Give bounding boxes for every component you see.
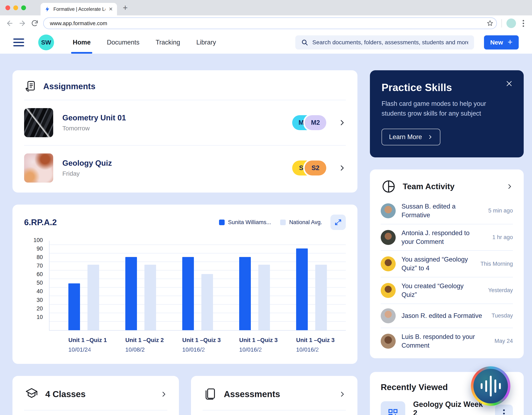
bar-student [68,283,80,330]
browser-tab[interactable]: Formative | Accelerate Learning ✕ [40,3,117,15]
bar-student [182,257,194,330]
activity-item[interactable]: You created “Geology Quiz” Yesterday [381,277,513,304]
bar-national-avg [87,265,99,330]
formative-logo-icon [45,6,50,12]
legend-swatch-national [280,220,286,225]
app-header: SW Home Documents Tracking Library New + [0,31,532,54]
learn-more-button[interactable]: Learn More [381,129,440,145]
assessments-title: Assessments [224,389,280,399]
main-nav: Home Documents Tracking Library [73,31,216,54]
plus-icon: + [508,38,513,46]
class-badge: M2 [305,115,326,130]
activity-time: Tuesday [492,312,513,319]
browser-profile-avatar[interactable] [506,19,516,28]
activity-item[interactable]: Jason R. edited a Formative Tuesday [381,304,513,328]
toolbar-divider [502,19,502,28]
assignment-thumbnail [24,154,53,183]
bar-national-avg [144,265,156,330]
new-tab-button[interactable]: + [123,4,128,12]
minimize-window-button[interactable] [13,5,18,10]
legend-label-national: National Avg. [289,219,322,226]
assessments-card: Assessments Practice Sets 189 Quizes 406 [191,376,357,415]
assignment-row[interactable]: Geometry Unit 01 Tomorrow M1 M2 [24,100,346,145]
close-window-button[interactable] [5,5,10,10]
search-input[interactable] [312,39,468,46]
window-controls[interactable] [5,5,26,10]
assignments-card: Assignments Geometry Unit 01 Tomorrow M1… [12,70,357,193]
assignments-icon [24,80,37,93]
x-labels: Unit 1 –Quiz 110/01/24Unit 1 –Quiz 210/0… [49,337,346,353]
y-tick-label: 40 [37,288,43,295]
nav-item-tracking[interactable]: Tracking [156,31,180,54]
forward-icon[interactable] [18,19,26,27]
y-axis: 102030405060708090100 [24,241,49,331]
activity-item[interactable]: You assigned “Geology Quiz” to 4 This Mo… [381,250,513,277]
back-icon[interactable] [6,19,14,27]
reload-icon[interactable] [31,19,39,27]
user-avatar[interactable]: SW [38,35,54,50]
screen: Formative | Accelerate Learning ✕ + www.… [0,0,532,415]
tab-title: Formative | Accelerate Learning [53,6,105,12]
dashboard-content: Assignments Geometry Unit 01 Tomorrow M1… [0,54,532,415]
expand-chart-button[interactable] [330,215,346,230]
item-menu-icon[interactable] [495,405,513,415]
chevron-right-icon[interactable] [160,391,167,398]
activity-time: Yesterday [488,287,513,294]
bar-group [239,241,270,330]
y-tick-label: 70 [37,263,43,269]
classes-header: 4 Classes [24,387,167,410]
practice-skills-body: Flash card game modes to help your stude… [381,99,498,118]
waveform-icon [473,369,508,403]
new-button[interactable]: New + [484,35,519,49]
browser-menu-icon[interactable] [521,20,526,27]
close-icon[interactable] [505,80,513,87]
activity-item[interactable]: Sussan B. edited a Formative 5 min ago [381,198,513,224]
classes-title: 4 Classes [45,389,86,399]
chevron-right-icon[interactable] [339,391,346,398]
assignment-due: Tomorrow [62,125,126,132]
nav-item-home[interactable]: Home [73,31,91,54]
team-activity-header: Team Activity [381,179,513,198]
chart-plot [49,241,346,331]
nav-item-documents[interactable]: Documents [107,31,139,54]
y-tick-label: 50 [37,280,43,286]
assignments-header: Assignments [24,80,346,100]
classes-card: 4 Classes Progress Reports 2 new Student… [12,376,179,415]
bar-national-avg [258,265,270,330]
activity-item[interactable]: Antonia J. responded to your Comment 1 h… [381,224,513,251]
chevron-right-icon[interactable] [506,183,513,190]
y-tick-label: 30 [37,297,43,303]
bar-student [125,257,137,330]
assignments-title: Assignments [43,82,95,91]
avatar [381,256,396,271]
bookmark-star-icon[interactable] [486,20,494,27]
assignment-row[interactable]: Geology Quiz Friday S1 S2 [24,145,346,191]
activity-item[interactable]: Luis B. responded to your Comment May 24 [381,328,513,354]
maximize-window-button[interactable] [21,5,26,10]
x-category-label: Unit 1 –Quiz 210/08/2 [125,337,156,353]
nav-item-library[interactable]: Library [196,31,216,54]
global-search[interactable] [295,35,474,49]
url-bar[interactable]: www.app.formative.com [43,18,497,29]
menu-icon[interactable] [13,39,24,46]
team-activity-card: Team Activity Sussan B. edited a Formati… [370,169,524,358]
bar-student [239,257,251,330]
assessments-header: Assessments [203,387,346,410]
chevron-right-icon[interactable] [338,164,346,172]
graduation-cap-icon [24,387,39,402]
close-tab-icon[interactable]: ✕ [109,6,113,12]
activity-time: This Morning [480,261,513,267]
voice-assistant-button[interactable] [471,366,510,406]
legend-swatch-student [219,220,225,225]
practice-skills-title: Practice Skills [381,81,512,94]
bar-group [68,241,99,330]
assessments-row-practice-sets[interactable]: Practice Sets 189 [203,410,346,415]
classes-row-progress-reports[interactable]: Progress Reports 2 new [24,410,167,415]
y-tick-label: 80 [37,254,43,261]
assignment-due: Friday [62,170,112,177]
assignment-title: Geometry Unit 01 [62,114,126,122]
practice-skills-card: Practice Skills Flash card game modes to… [370,70,524,157]
browser-tab-bar: Formative | Accelerate Learning ✕ + [0,0,532,15]
chevron-right-icon[interactable] [338,119,346,126]
bar-group [182,241,213,330]
